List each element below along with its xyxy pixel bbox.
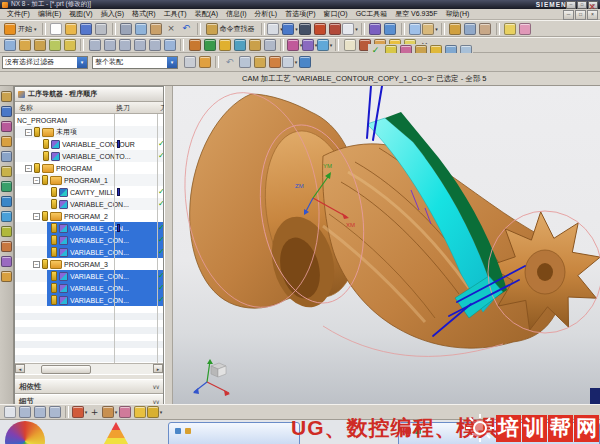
- navigator-header[interactable]: 工序导航器 - 程序顺序: [15, 87, 163, 102]
- navigator-row[interactable]: −PROGRAM_1: [15, 174, 163, 186]
- snap-handle-button[interactable]: [17, 405, 32, 419]
- operation-navigator-icon[interactable]: [1, 135, 12, 148]
- horizontal-scrollbar[interactable]: ◂ ▸: [15, 363, 163, 374]
- layout-button[interactable]: ▾: [343, 22, 358, 36]
- window-minimize-button[interactable]: ─: [566, 1, 576, 9]
- assembly-load-button[interactable]: [408, 22, 423, 36]
- close-prompt-icon[interactable]: ✕: [588, 2, 596, 12]
- command-finder-button[interactable]: 命令查找器: [204, 22, 258, 36]
- system-materials-icon[interactable]: [1, 270, 12, 283]
- doc-minimize-button[interactable]: ─: [563, 10, 574, 20]
- copy-button[interactable]: [134, 22, 149, 36]
- navigator-row[interactable]: VARIABLE_CON...✓: [15, 294, 163, 306]
- note-button[interactable]: [342, 38, 357, 52]
- list-toolpath-button[interactable]: [247, 38, 262, 52]
- menu-item[interactable]: 信息(I): [222, 9, 251, 19]
- snap-intersection-button[interactable]: [117, 38, 132, 52]
- snap-vertex-button[interactable]: [32, 405, 47, 419]
- scroll-left-arrow-icon[interactable]: ◂: [15, 364, 25, 373]
- plus-point-button[interactable]: +: [87, 405, 102, 419]
- roles-icon[interactable]: [1, 255, 12, 268]
- save-button[interactable]: [79, 22, 94, 36]
- select-tool-button[interactable]: [2, 405, 17, 419]
- edit-display-button[interactable]: [17, 38, 32, 52]
- part-navigator-icon[interactable]: [1, 120, 12, 133]
- undo-button[interactable]: ↶: [179, 22, 194, 36]
- wcs-dynamics-button[interactable]: [62, 38, 77, 52]
- cut-button[interactable]: [119, 22, 134, 36]
- role-card-button[interactable]: [503, 22, 518, 36]
- column-name[interactable]: 名称: [19, 103, 33, 113]
- work-plane-button[interactable]: [197, 55, 212, 69]
- verify-toolpath-button[interactable]: [202, 38, 217, 52]
- navigator-row[interactable]: −未用项: [15, 126, 163, 138]
- mirror-tool-button[interactable]: ▾: [287, 38, 302, 52]
- menu-item[interactable]: 帮助(H): [442, 9, 474, 19]
- web-browser-icon[interactable]: [1, 195, 12, 208]
- scroll-right-arrow-icon[interactable]: ▸: [153, 364, 163, 373]
- navigator-tree[interactable]: NC_PROGRAM−未用项VARIABLE_CONTOUR✓VARIABLE_…: [15, 114, 163, 363]
- rose-display-button[interactable]: ▾: [72, 405, 87, 419]
- assembly-navigator-icon[interactable]: [1, 90, 12, 103]
- navigator-column-header[interactable]: 名称 换刀 刀: [15, 102, 163, 114]
- view-orient-button[interactable]: [463, 22, 478, 36]
- panel-splitter[interactable]: [164, 86, 173, 404]
- selection-scope-combo[interactable]: 整个装配 ▾: [92, 56, 178, 69]
- post-process-button[interactable]: [232, 38, 247, 52]
- graphics-viewport[interactable]: ZM YM XM: [173, 86, 600, 404]
- start-menu-button[interactable]: 开始▾: [2, 22, 39, 36]
- shaded-view-button[interactable]: ▾: [283, 22, 298, 36]
- help-card-button[interactable]: [518, 22, 533, 36]
- open-file-button[interactable]: [64, 22, 79, 36]
- menu-item[interactable]: 格式(R): [128, 9, 160, 19]
- menu-item[interactable]: 编辑(E): [34, 9, 65, 19]
- chevron-expand-icon[interactable]: ∨∨: [152, 383, 159, 390]
- menu-item[interactable]: 插入(S): [97, 9, 128, 19]
- snap-mid-point-button[interactable]: [102, 38, 117, 52]
- navigator-row[interactable]: −PROGRAM: [15, 162, 163, 174]
- expand-toggle-icon[interactable]: −: [33, 177, 40, 184]
- snap-existing-point-button[interactable]: [162, 38, 177, 52]
- shop-doc-button[interactable]: [262, 38, 277, 52]
- reuse-library-icon[interactable]: [1, 165, 12, 178]
- selection-filter-combo[interactable]: 没有选择过滤器 ▾: [2, 56, 88, 69]
- snap-end-point-button[interactable]: [87, 38, 102, 52]
- navigator-row[interactable]: −PROGRAM_3: [15, 258, 163, 270]
- snap-quadrant-button[interactable]: [147, 38, 162, 52]
- navigator-row[interactable]: VARIABLE_CON...✓: [15, 222, 163, 234]
- combo-caret-icon[interactable]: ▾: [167, 57, 177, 68]
- process-studio-icon[interactable]: [1, 225, 12, 238]
- preferences-button[interactable]: [478, 22, 493, 36]
- move-layer-button[interactable]: [32, 38, 47, 52]
- snap-arc-center-button[interactable]: [132, 38, 147, 52]
- print-button[interactable]: [94, 22, 109, 36]
- point-on-face-button[interactable]: [117, 405, 132, 419]
- magnify-button[interactable]: [132, 405, 147, 419]
- quick-pick-globe-button[interactable]: [297, 55, 312, 69]
- menu-item[interactable]: 文件(F): [3, 9, 34, 19]
- expand-toggle-icon[interactable]: −: [33, 213, 40, 220]
- column-toolchange[interactable]: 换刀: [116, 103, 130, 113]
- curve-rule-button[interactable]: ▾: [102, 405, 117, 419]
- window-display-button[interactable]: ▾: [268, 22, 283, 36]
- navigator-row[interactable]: NC_PROGRAM: [15, 114, 163, 126]
- navigator-row[interactable]: VARIABLE_CON...✓: [15, 234, 163, 246]
- hd3d-tools-icon[interactable]: [1, 180, 12, 193]
- measure-button[interactable]: [448, 22, 463, 36]
- render-style-button[interactable]: [298, 22, 313, 36]
- manufacturing-assistant-icon[interactable]: [1, 240, 12, 253]
- object-display-button[interactable]: [2, 38, 17, 52]
- highlight-button[interactable]: [252, 55, 267, 69]
- pattern-tool-button[interactable]: ▾: [302, 38, 317, 52]
- combo-caret-icon[interactable]: ▾: [77, 57, 87, 68]
- navigator-row[interactable]: CAVITY_MILL✓: [15, 186, 163, 198]
- coin-stack-button[interactable]: ▾: [147, 405, 162, 419]
- expand-toggle-icon[interactable]: −: [33, 261, 40, 268]
- menu-item[interactable]: 窗口(O): [320, 9, 352, 19]
- menu-item[interactable]: GC工具箱: [352, 9, 392, 19]
- navigator-row[interactable]: VARIABLE_CONTO...✓: [15, 150, 163, 162]
- face-analysis-button[interactable]: [313, 22, 328, 36]
- navigator-row[interactable]: VARIABLE_CON...✓: [15, 270, 163, 282]
- dependencies-panel-header[interactable]: 相依性 ∨∨: [15, 379, 163, 394]
- menu-item[interactable]: 星空 V6.935F: [391, 9, 441, 19]
